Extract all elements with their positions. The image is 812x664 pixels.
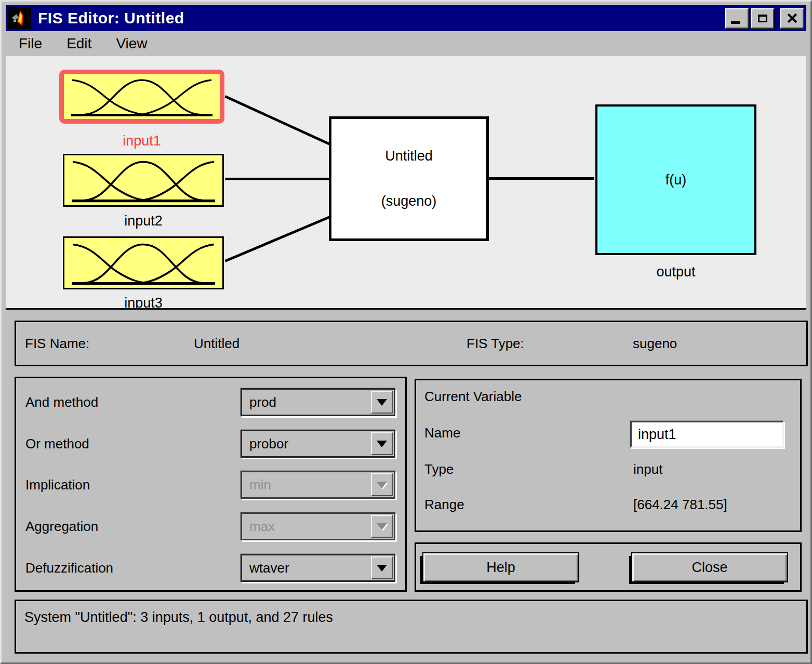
input3-label: input3 (63, 295, 224, 310)
membership-function-plot (64, 238, 222, 288)
menu-view[interactable]: View (116, 35, 147, 52)
fis-name-label: FIS Name: (25, 336, 89, 352)
or-method-row: Or method probor (25, 430, 396, 458)
aggregation-dropdown: max (241, 512, 395, 540)
or-method-value: probor (249, 436, 288, 452)
variable-type-value: input (633, 461, 662, 477)
minimize-icon[interactable] (725, 8, 749, 29)
and-method-value: prod (249, 394, 276, 410)
maximize-icon[interactable] (751, 8, 774, 29)
input1-node[interactable] (59, 70, 224, 124)
input3-node[interactable] (63, 236, 224, 289)
output-label: output (595, 264, 756, 280)
or-method-label: Or method (25, 436, 89, 452)
chevron-down-icon[interactable] (371, 391, 393, 414)
variable-name-input[interactable] (630, 421, 784, 448)
fis-diagram-canvas: input1 input2 input3 Untitled (sugeno (6, 56, 806, 310)
aggregation-label: Aggregation (25, 519, 98, 535)
fis-type-label: FIS Type: (467, 336, 524, 352)
implication-label: Implication (25, 477, 90, 493)
matlab-flame-glyph (10, 9, 28, 27)
chevron-down-icon[interactable] (371, 556, 393, 579)
and-method-dropdown[interactable]: prod (241, 388, 395, 416)
fis-type-value: sugeno (633, 336, 677, 352)
controls-area: FIS Name: Untitled FIS Type: sugeno And … (6, 310, 806, 661)
aggregation-value: max (249, 519, 275, 535)
window-title: FIS Editor: Untitled (38, 9, 184, 27)
defuzzification-row: Defuzzification wtaver (25, 554, 396, 582)
defuzzification-label: Defuzzification (25, 560, 113, 576)
action-buttons-panel: Help Close (415, 542, 802, 592)
variable-type-label: Type (424, 461, 454, 477)
chevron-down-icon (371, 473, 393, 496)
variable-name-label: Name (424, 425, 460, 441)
chevron-down-icon[interactable] (371, 432, 393, 455)
membership-function-plot (64, 155, 222, 205)
implication-row: Implication min (25, 471, 396, 499)
title-bar: FIS Editor: Untitled (6, 5, 806, 31)
aggregation-row: Aggregation max (25, 512, 396, 540)
and-method-label: And method (25, 394, 98, 410)
variable-range-value: [664.24 781.55] (633, 497, 727, 513)
current-variable-panel: Current Variable Name Type input Range [… (415, 379, 802, 532)
current-variable-title: Current Variable (424, 389, 522, 405)
input2-label: input2 (63, 213, 224, 229)
system-node[interactable]: Untitled (sugeno) (329, 116, 489, 241)
implication-dropdown: min (241, 471, 395, 499)
defuzzification-dropdown[interactable]: wtaver (241, 554, 395, 582)
close-icon[interactable] (780, 8, 804, 29)
fis-info-panel: FIS Name: Untitled FIS Type: sugeno (15, 321, 808, 366)
variable-range-label: Range (424, 497, 464, 513)
matlab-logo-icon (8, 7, 31, 29)
menu-edit[interactable]: Edit (66, 35, 91, 52)
output-node[interactable]: f(u) (595, 104, 756, 255)
defuzzification-value: wtaver (249, 560, 289, 576)
chevron-down-icon (371, 515, 393, 538)
system-name: Untitled (385, 148, 433, 164)
output-formula: f(u) (665, 172, 687, 188)
window-controls (725, 8, 804, 29)
fis-name-value: Untitled (194, 336, 239, 352)
or-method-dropdown[interactable]: probor (241, 430, 395, 458)
system-type: (sugeno) (381, 193, 437, 209)
fis-editor-window: FIS Editor: Untitled File Edit View (0, 0, 812, 664)
input1-label: input1 (59, 133, 224, 149)
status-text: System "Untitled": 3 inputs, 1 output, a… (24, 609, 333, 626)
methods-panel: And method prod Or method probor Implica… (15, 377, 407, 592)
implication-value: min (249, 477, 271, 493)
help-button[interactable]: Help (422, 552, 579, 582)
input2-node[interactable] (63, 154, 224, 207)
membership-function-plot (64, 74, 220, 119)
menu-bar: File Edit View (6, 31, 806, 56)
and-method-row: And method prod (25, 388, 396, 416)
menu-file[interactable]: File (19, 35, 42, 52)
close-button[interactable]: Close (631, 552, 788, 582)
status-panel: System "Untitled": 3 inputs, 1 output, a… (15, 600, 808, 654)
